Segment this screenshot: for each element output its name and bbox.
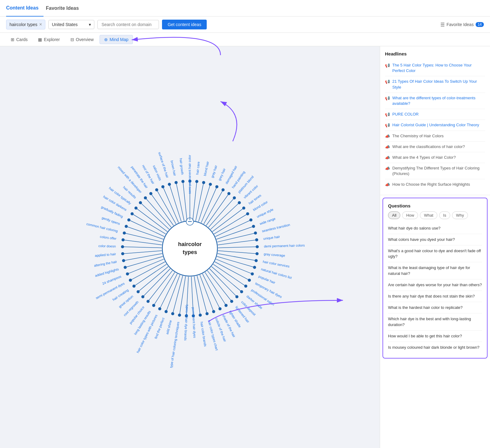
nav-tab-favorite-ideas[interactable]: Favorite Ideas [46,0,84,17]
question-item[interactable]: How would I be able to get this hair col… [388,331,482,342]
svg-point-59 [199,313,202,317]
mindmap-node[interactable]: unique hair [263,235,280,241]
mindmap-node[interactable]: gray coverage [264,252,285,257]
question-item[interactable]: What is the least damaging type of hair … [388,262,482,279]
headline-item[interactable]: 📢21 Types Of Hair Color Ideas To Switch … [385,76,485,93]
headline-item[interactable]: 📢The 5 Hair Color Types: How to Choose Y… [385,60,485,76]
tab-overview[interactable]: ⊟ Overview [66,35,98,44]
mindmap-node[interactable]: applied to hair [95,252,116,257]
headline-item[interactable]: 📣Demystifying The Different Types of Hai… [385,163,485,179]
svg-line-2 [193,181,197,220]
svg-point-51 [224,304,228,307]
mindmap-node[interactable]: hair care [195,161,200,175]
mindmap-node[interactable]: semi permanent dyes [95,281,125,300]
svg-point-17 [238,201,241,204]
headline-item[interactable]: 📣How to Choose the Right Surface Highlig… [385,179,485,190]
svg-line-80 [134,264,166,286]
svg-point-115 [161,185,164,188]
mindmap-node[interactable]: altering the hair [94,260,117,267]
question-filter-all[interactable]: All [388,211,400,219]
mindmap-node[interactable]: gently opens [101,216,121,226]
search-domain-input[interactable] [97,20,159,29]
mindmap-node[interactable]: common hair coloring [86,222,118,233]
mindmap-node[interactable]: popular hair [258,275,276,285]
svg-point-15 [233,196,236,199]
mindmap-node[interactable]: added highlights [95,267,119,278]
mindmap-node[interactable]: type of hair coloring techniques [169,321,180,368]
mindmap-node[interactable]: types of hair dye brands [184,305,189,341]
svg-point-29 [255,238,258,241]
headline-item[interactable]: 📣The Chemistry of Hair Colors [385,131,485,142]
mindmap-node[interactable]: add shine [165,320,172,335]
question-item[interactable]: Are certain hair dyes worse for your hai… [388,279,482,291]
tab-mindmap[interactable]: ⊛ Mind Map [100,35,133,44]
svg-point-7 [209,183,212,186]
question-item[interactable]: Is there any hair dye that does not stai… [388,291,482,302]
svg-point-107 [139,201,142,204]
question-item[interactable]: What hair dye do salons use? [388,223,482,234]
mindmap-node[interactable]: demi permanent hair colors [264,243,305,248]
svg-line-44 [212,267,242,292]
questions-section: Questions AllHowWhatIsWhy What hair dye … [383,198,488,359]
svg-point-71 [158,307,161,310]
question-item[interactable]: What is the hardest hair color to replic… [388,302,482,313]
svg-point-43 [244,285,247,288]
question-filter-why[interactable]: Why [452,211,468,219]
svg-point-85 [126,272,129,275]
right-panel: Headlines 📢The 5 Hair Color Types: How t… [380,46,490,448]
questions-filter-tabs: AllHowWhatIsWhy [388,211,482,219]
headline-item[interactable]: 📣What are the classifications of hair co… [385,142,485,152]
mindmap-node[interactable]: hair color brands [200,321,207,347]
favorite-ideas-link[interactable]: ☰ Favorite Ideas 14 [440,22,484,28]
megaphone-icon: 📢 [385,63,390,68]
question-filter-what[interactable]: What [420,211,437,219]
mindmap-node[interactable]: colors offer [100,235,117,241]
svg-line-68 [166,275,180,312]
mindmap-node[interactable]: seamless transition [262,223,290,233]
question-filter-is[interactable]: Is [439,211,450,219]
nav-tab-content-ideas[interactable]: Content Ideas [6,0,43,17]
question-filter-how[interactable]: How [402,211,418,219]
mindmap-node[interactable]: blond hair [203,161,210,176]
keyword-tag[interactable]: haircolor types × [6,20,45,29]
question-item[interactable]: What's a good hair colour to dye and doe… [388,245,482,262]
tab-cards[interactable]: ⊞ Cards [6,35,32,44]
svg-line-92 [123,247,162,248]
svg-line-18 [213,208,244,232]
headline-item[interactable]: 📣What are the 4 Types of Hair Color? [385,152,485,163]
mindmap-node[interactable]: hair color services [262,260,290,268]
main-content: .node-line { stroke: #1a5fa8; stroke-wid… [0,46,490,448]
mindmap-node[interactable]: unique style [256,207,274,218]
mindmap-node[interactable]: brown hair [170,160,177,176]
mindmap-node[interactable]: hair growth [179,158,185,175]
headline-item[interactable]: 📢PURE COLOR [385,109,485,120]
mindmap-node[interactable]: color doesn [98,244,116,248]
mindmap-node[interactable]: salon visits [152,165,162,181]
mindmap-node[interactable]: hair tones [248,193,262,205]
mindmap-node[interactable]: semi permanent hair color [188,155,191,194]
mindmap-node[interactable]: grey hair [217,168,226,181]
get-ideas-button[interactable]: Get content ideas [162,20,207,29]
headline-text: What are the classifications of hair col… [392,144,465,150]
svg-line-70 [160,274,177,309]
headline-text: What are the 4 Types of Hair Color? [392,155,456,160]
keyword-close-icon[interactable]: × [39,22,42,27]
tab-explorer[interactable]: ▦ Explorer [33,35,64,44]
svg-point-39 [251,272,254,275]
country-select[interactable]: United States ▾ [48,20,94,29]
mindmap-node[interactable]: permanent hair dyes [191,307,197,338]
svg-line-88 [124,253,162,260]
overview-icon: ⊟ [70,37,74,42]
mindmap-node[interactable]: gray hair [210,165,218,178]
question-item[interactable]: Which hair dye is the best and with long… [388,313,482,330]
mindmap-node[interactable]: hair color types with pictures [136,314,158,354]
svg-point-119 [175,181,178,184]
headline-item[interactable]: 📢Hair Colorist Guide | Understanding Col… [385,120,485,131]
mindmap-node[interactable]: wide range [259,217,276,226]
headline-item[interactable]: 📢What are the different types of color-t… [385,93,485,109]
question-item[interactable]: What colors have you dyed your hair? [388,234,482,245]
svg-point-49 [230,300,233,303]
svg-line-32 [218,251,257,254]
question-item[interactable]: Is mousey coloured hair dark blonde or l… [388,342,482,353]
svg-line-56 [197,276,207,314]
